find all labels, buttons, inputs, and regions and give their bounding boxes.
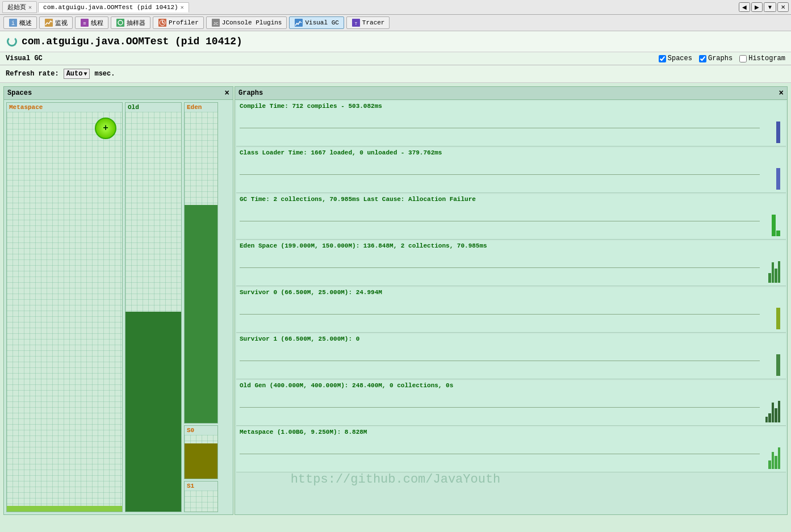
graph-row-2: GC Time: 2 collections, 70.985ms Last Ca…	[236, 194, 786, 240]
old-grid	[125, 112, 181, 512]
graph-line-6	[240, 407, 760, 408]
graphs-panel: Graphs × Compile Time: 712 compiles - 50…	[235, 86, 788, 515]
tracer-icon: T	[351, 18, 361, 27]
s0-label: S0	[185, 426, 217, 435]
refresh-bar: Refresh rate: Auto ▼ msec.	[0, 65, 791, 83]
old-label: Old	[125, 103, 181, 112]
refresh-spinner-icon	[7, 36, 17, 47]
s1-grid	[185, 491, 217, 512]
mini-chart-1	[762, 167, 780, 190]
graphs-panel-close[interactable]: ×	[779, 89, 784, 98]
plugin-overview[interactable]: i 概述	[3, 16, 37, 29]
graph-line-2	[240, 221, 760, 221]
mini-bar-2-3	[776, 231, 780, 236]
mini-bar-0-3	[776, 122, 780, 143]
refresh-value: Auto	[66, 70, 83, 78]
graphs-panel-title: Graphs	[238, 89, 263, 97]
refresh-unit: msec.	[94, 70, 115, 78]
spaces-checkbox[interactable]	[659, 55, 666, 62]
plugin-profiler[interactable]: Profiler	[153, 16, 204, 29]
old-gen-space: Old	[125, 102, 182, 512]
app-pid: (pid 10412)	[175, 36, 242, 47]
tab-home-close[interactable]: ✕	[28, 4, 32, 11]
plugin-thread[interactable]: ≡ 线程	[75, 16, 108, 29]
refresh-dropdown[interactable]: Auto ▼	[64, 69, 90, 79]
tab-nav-prev[interactable]: ◀	[739, 2, 750, 12]
mini-bar-7-4	[775, 456, 777, 469]
plugin-monitor[interactable]: 监视	[39, 16, 73, 29]
spaces-panel-header: Spaces ×	[4, 87, 233, 100]
graph-area-0	[240, 111, 782, 144]
tab-bar-top: 起始页 ✕ com.atguigu.java.OOMTest (pid 1041…	[0, 0, 791, 15]
s0-space: S0	[184, 425, 218, 479]
eden-grid	[185, 112, 217, 423]
plugin-visualgc[interactable]: Visual GC	[289, 16, 344, 29]
graph-title-7: Metaspace (1.00BG, 9.250M): 8.828M	[240, 429, 782, 435]
profiler-icon	[158, 18, 167, 27]
svg-text:i: i	[11, 20, 15, 27]
graph-row-4: Survivor 0 (66.500M, 25.000M): 24.994M	[236, 287, 786, 333]
mini-chart-0	[762, 120, 780, 143]
eden-label: Eden	[185, 103, 217, 112]
plugin-profiler-label: Profiler	[169, 19, 199, 26]
main-header: com.atguigu.java.OOMTest (pid 10412)	[0, 31, 791, 52]
graphs-checkbox-label[interactable]: Graphs	[699, 55, 733, 62]
graphs-checkbox[interactable]	[699, 55, 706, 62]
graphs-content[interactable]: Compile Time: 712 compiles - 503.082msCl…	[235, 100, 787, 514]
plugin-sampler-label: 抽样器	[127, 19, 145, 27]
tab-nav-close[interactable]: ✕	[777, 2, 789, 12]
histogram-checkbox-label[interactable]: Histogram	[739, 55, 785, 62]
mini-chart-5	[762, 353, 780, 376]
histogram-checkbox-text: Histogram	[748, 55, 785, 62]
tab-nav-down[interactable]: ▼	[764, 2, 776, 12]
tab-oomtest-close[interactable]: ✕	[181, 4, 184, 11]
plugin-jconsole[interactable]: JC JConsole Plugins	[206, 16, 287, 29]
jconsole-icon: JC	[211, 18, 220, 27]
svg-text:JC: JC	[213, 21, 219, 26]
plugin-bar: i 概述 监视 ≡ 线程 抽样器 Profiler JC JConsole Pl…	[0, 15, 791, 31]
graph-title-5: Survivor 1 (66.500M, 25.000M): 0	[240, 336, 782, 342]
mini-chart-3	[762, 260, 780, 283]
mini-bar-3-3	[772, 262, 775, 283]
graph-line-3	[240, 267, 760, 268]
histogram-checkbox[interactable]	[739, 55, 747, 62]
tab-nav: ◀ ▶ ▼ ✕	[739, 2, 789, 12]
eden-column: Eden S0 S1	[184, 102, 218, 512]
monitor-icon	[44, 18, 53, 27]
spaces-panel-close[interactable]: ×	[225, 89, 229, 98]
app-title: com.atguigu.java.OOMTest (pid 10412)	[22, 36, 242, 47]
mini-chart-4	[762, 307, 780, 329]
graphs-checkbox-text: Graphs	[708, 55, 733, 62]
plugin-overview-label: 概述	[19, 19, 32, 27]
mini-bar-3-5	[778, 261, 781, 283]
mini-bar-1-3	[776, 168, 780, 190]
old-fill	[125, 312, 181, 512]
plugin-tracer-label: Tracer	[362, 19, 385, 26]
graph-row-5: Survivor 1 (66.500M, 25.000M): 0	[236, 334, 786, 379]
plugin-tracer[interactable]: T Tracer	[346, 16, 390, 29]
mini-chart-7	[762, 446, 780, 469]
metaspace-fill-bar	[7, 506, 122, 512]
mini-bar-7-5	[778, 447, 781, 469]
spaces-content: Metaspace + Old Eden	[4, 100, 233, 514]
mini-bar-2-2	[772, 215, 776, 236]
s0-fill	[185, 443, 217, 479]
graph-row-7: Metaspace (1.00BG, 9.250M): 8.828M	[236, 427, 786, 472]
plugin-sampler[interactable]: 抽样器	[111, 16, 150, 29]
spaces-checkbox-text: Spaces	[668, 55, 692, 62]
graph-area-3	[240, 250, 782, 284]
graph-line-4	[240, 314, 760, 315]
s1-space: S1	[184, 481, 218, 512]
graph-area-4	[240, 297, 782, 330]
mini-bar-3-2	[768, 273, 771, 283]
graph-title-1: Class Loader Time: 1667 loaded, 0 unload…	[240, 149, 782, 156]
tab-nav-next[interactable]: ▶	[751, 2, 763, 12]
svg-rect-5	[116, 19, 124, 27]
mini-bar-6-3	[772, 403, 775, 422]
spaces-checkbox-label[interactable]: Spaces	[659, 55, 692, 62]
tab-oomtest[interactable]: com.atguigu.java.OOMTest (pid 10412) ✕	[38, 2, 189, 12]
overview-icon: i	[9, 18, 18, 27]
mini-bar-6-5	[778, 401, 781, 422]
graph-row-6: Old Gen (400.000M, 400.000M): 248.400M, …	[236, 380, 786, 426]
tab-home[interactable]: 起始页 ✕	[2, 1, 37, 13]
